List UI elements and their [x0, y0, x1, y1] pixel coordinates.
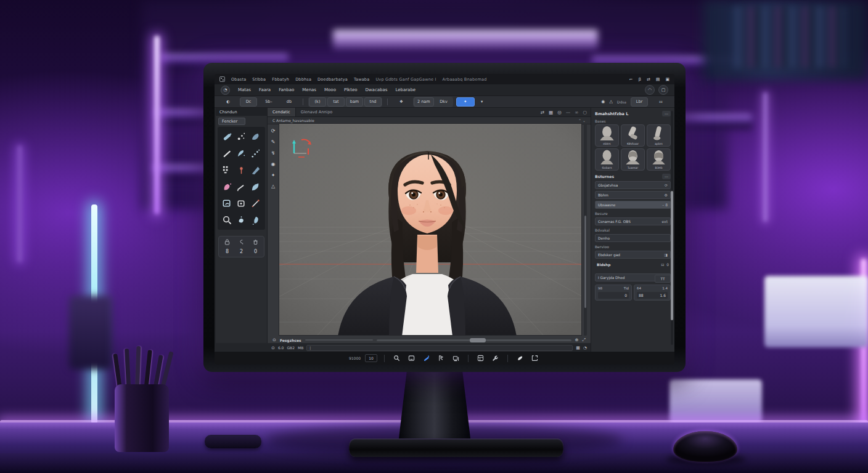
menubar-item[interactable]: Lebarabe — [395, 87, 416, 92]
stack-icon[interactable]: ⊟ — [661, 262, 664, 267]
wrench-icon[interactable] — [490, 354, 501, 363]
layers-icon[interactable] — [451, 354, 461, 363]
frame2-tool-icon[interactable] — [235, 195, 248, 211]
menubar-item[interactable]: Fanbao — [279, 87, 294, 92]
base-thumbnail[interactable]: Gvbars — [595, 148, 619, 171]
dropdown-caret-icon[interactable]: ▾ — [478, 97, 486, 107]
pen-icon[interactable]: ✎ — [271, 139, 276, 145]
toolbar-button[interactable]: db — [280, 97, 298, 107]
blob-icon[interactable]: ◉ — [271, 161, 276, 167]
bldshp-row[interactable]: Bldshp ⊟ 0 — [595, 261, 671, 269]
airbrush-tool-icon[interactable] — [221, 179, 234, 195]
frame-tool-icon[interactable] — [221, 195, 234, 211]
magnify-tool-icon[interactable] — [221, 212, 234, 228]
segmented-option[interactable]: 2 nam — [414, 97, 434, 107]
breadcrumb[interactable]: C Antamo_havanuabio — [272, 118, 314, 123]
titlebar-menu[interactable]: Dbbhsa — [295, 77, 311, 82]
liner-tool-icon[interactable] — [221, 145, 234, 161]
ebdsker-input[interactable]: Ebdsker gad ◨ — [595, 251, 671, 259]
titlebar-menu[interactable]: Fbbatyh — [272, 77, 289, 82]
mini-slider[interactable] — [305, 339, 373, 341]
knife-tool-icon[interactable] — [235, 179, 248, 195]
search-icon[interactable] — [391, 354, 402, 363]
active-tool-button[interactable]: ✦ — [456, 97, 475, 107]
zoom-in-icon[interactable]: ⊕ — [575, 338, 579, 342]
pen-tool-icon[interactable] — [421, 354, 432, 363]
cursor-flag-icon[interactable] — [436, 354, 446, 363]
viewport-scrollbar[interactable] — [584, 123, 587, 336]
timeline-handle[interactable] — [470, 338, 486, 342]
segmented-option[interactable]: Dkv — [435, 97, 452, 107]
target-icon[interactable]: ◎ — [557, 110, 562, 115]
minus-icon[interactable]: — — [566, 110, 571, 115]
bag-icon[interactable]: ▢ — [658, 85, 668, 95]
ext-badge[interactable]: ext — [662, 219, 668, 224]
menubar-item[interactable]: Mooo — [324, 87, 336, 92]
titlebar-menu[interactable]: Tawaba — [354, 77, 370, 82]
toolbar-button[interactable]: 5b– — [260, 97, 277, 107]
user-icon[interactable]: β — [638, 77, 641, 82]
scrollbar-thumb[interactable] — [584, 216, 586, 308]
clock-icon[interactable]: ◔ — [583, 346, 587, 350]
pyramid-icon[interactable]: △ — [271, 184, 275, 189]
leaf-tool-icon[interactable] — [248, 179, 262, 195]
lasso-icon[interactable]: ↯ — [271, 150, 276, 156]
grid-panel-icon[interactable] — [475, 354, 486, 363]
wand-tool-icon[interactable] — [248, 195, 262, 211]
titlebar-menu[interactable]: Doedbarbatya — [317, 77, 348, 82]
menubar-item[interactable]: Faara — [259, 87, 271, 92]
spray-tool-icon[interactable] — [248, 212, 262, 228]
layout-icon[interactable]: ⚏ — [652, 97, 669, 107]
menubar-item[interactable]: Matas — [238, 87, 251, 92]
base-thumbnail[interactable]: B3Hb — [647, 148, 671, 171]
cursor-icon[interactable]: ❖ — [393, 97, 410, 107]
gear-icon[interactable]: ⚙ — [665, 193, 668, 197]
toolbar-pill[interactable]: (k) — [309, 97, 326, 107]
menubar-item[interactable]: Plkteo — [344, 87, 358, 92]
pattern-tool-icon[interactable] — [221, 162, 234, 178]
viewport-tab-active[interactable]: Cendatic — [268, 108, 296, 116]
wedge-tool-icon[interactable] — [248, 162, 262, 178]
grid-icon[interactable]: ▤ — [656, 77, 660, 82]
settings-icon[interactable]: ▣ — [665, 77, 669, 82]
viewport-canvas[interactable] — [279, 123, 582, 336]
brush-icon[interactable] — [515, 354, 525, 363]
menubar-item[interactable]: Dwacabas — [365, 87, 387, 92]
titlebar-menu[interactable]: Obasta — [231, 77, 246, 82]
dots-tool-icon[interactable] — [248, 145, 262, 161]
grid-toggle-icon[interactable]: ▦ — [576, 346, 580, 350]
base-thumbnail[interactable]: Tuaesar — [621, 148, 645, 171]
blob-tool-icon[interactable] — [235, 212, 248, 228]
zoom-value-box[interactable]: 10 — [365, 354, 377, 362]
lock-icon[interactable] — [224, 239, 230, 245]
material-dropdown[interactable]: Csnamas F.G. OBS ext — [595, 217, 671, 225]
hook-icon[interactable] — [239, 239, 244, 245]
timeline-track[interactable] — [377, 339, 571, 341]
mode-icon[interactable]: ◐ — [219, 97, 237, 107]
smudge-tool-icon[interactable] — [248, 129, 262, 145]
command-input[interactable]: | — [306, 345, 573, 351]
pin-icon[interactable]: ⌐ — [629, 77, 633, 82]
link-icon[interactable]: ∞ — [575, 110, 578, 115]
base-thumbnail[interactable]: ebkrs — [595, 124, 619, 147]
tablet-icon[interactable] — [406, 354, 417, 363]
refresh-icon[interactable]: ⟳ — [665, 183, 668, 187]
base-thumbnail[interactable]: KBVbaar — [621, 124, 645, 147]
image-icon[interactable]: ▦ — [549, 110, 553, 115]
pin-tool-icon[interactable] — [235, 162, 248, 178]
fit-icon[interactable]: ⤢ — [582, 338, 586, 342]
denho-row[interactable]: Denho — [595, 234, 671, 242]
left-panel-tab[interactable]: Fencker — [218, 118, 245, 125]
stat-box[interactable]: 64 1.4 881.6 — [634, 285, 671, 301]
orbit-icon[interactable]: ⟳ — [271, 128, 276, 134]
base-thumbnail[interactable]: apbm — [647, 124, 671, 147]
property-row-selected[interactable]: Ubsaasne – 8 — [595, 201, 671, 209]
stat-box[interactable]: 98 Tid 0 — [595, 285, 632, 301]
swatch-icon[interactable]: ◨ — [664, 253, 668, 257]
flip-icon[interactable]: ⇄ — [541, 110, 544, 115]
curve-tool-icon[interactable] — [235, 145, 248, 161]
sync-icon[interactable]: ⇄ — [647, 77, 650, 82]
axis-gizmo[interactable] — [288, 135, 315, 162]
toolbar-pill[interactable]: bam — [346, 97, 363, 107]
right-panel-scrollbar[interactable] — [671, 111, 673, 345]
